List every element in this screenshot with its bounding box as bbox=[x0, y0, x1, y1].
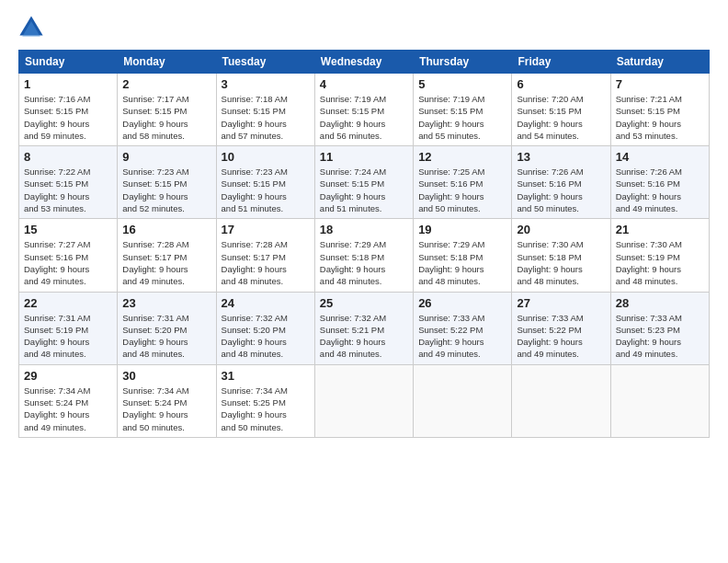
day-number: 15 bbox=[24, 223, 112, 236]
day-info: Sunrise: 7:32 AM Sunset: 5:20 PM Dayligh… bbox=[222, 312, 310, 361]
calendar-cell bbox=[414, 364, 512, 437]
day-info: Sunrise: 7:30 AM Sunset: 5:19 PM Dayligh… bbox=[616, 238, 704, 287]
calendar-cell: 11Sunrise: 7:24 AM Sunset: 5:15 PM Dayli… bbox=[314, 146, 413, 219]
calendar-cell: 31Sunrise: 7:34 AM Sunset: 5:25 PM Dayli… bbox=[216, 364, 314, 437]
day-number: 6 bbox=[517, 77, 605, 91]
calendar-cell: 2Sunrise: 7:17 AM Sunset: 5:15 PM Daylig… bbox=[118, 74, 216, 146]
day-number: 7 bbox=[616, 77, 704, 91]
calendar-cell: 4Sunrise: 7:19 AM Sunset: 5:15 PM Daylig… bbox=[314, 74, 413, 146]
calendar-cell: 28Sunrise: 7:33 AM Sunset: 5:23 PM Dayli… bbox=[610, 292, 709, 364]
calendar-cell: 15Sunrise: 7:27 AM Sunset: 5:16 PM Dayli… bbox=[19, 219, 118, 292]
day-number: 29 bbox=[24, 369, 112, 383]
col-header-saturday: Saturday bbox=[610, 51, 709, 74]
day-number: 13 bbox=[517, 150, 605, 164]
logo-icon bbox=[18, 15, 44, 40]
calendar-cell: 19Sunrise: 7:29 AM Sunset: 5:18 PM Dayli… bbox=[414, 219, 512, 292]
calendar-cell: 9Sunrise: 7:23 AM Sunset: 5:15 PM Daylig… bbox=[118, 146, 216, 219]
day-info: Sunrise: 7:26 AM Sunset: 5:16 PM Dayligh… bbox=[616, 166, 704, 214]
calendar-cell: 8Sunrise: 7:22 AM Sunset: 5:15 PM Daylig… bbox=[19, 146, 118, 219]
day-info: Sunrise: 7:28 AM Sunset: 5:17 PM Dayligh… bbox=[222, 238, 310, 287]
day-info: Sunrise: 7:32 AM Sunset: 5:21 PM Dayligh… bbox=[320, 312, 408, 361]
col-header-monday: Monday bbox=[118, 51, 216, 74]
day-number: 19 bbox=[418, 223, 506, 236]
day-number: 22 bbox=[24, 296, 112, 310]
day-info: Sunrise: 7:17 AM Sunset: 5:15 PM Dayligh… bbox=[122, 93, 210, 142]
day-number: 14 bbox=[616, 150, 704, 164]
day-info: Sunrise: 7:28 AM Sunset: 5:17 PM Dayligh… bbox=[122, 238, 210, 287]
day-info: Sunrise: 7:30 AM Sunset: 5:18 PM Dayligh… bbox=[517, 238, 605, 287]
day-info: Sunrise: 7:21 AM Sunset: 5:15 PM Dayligh… bbox=[616, 93, 704, 142]
calendar-cell: 14Sunrise: 7:26 AM Sunset: 5:16 PM Dayli… bbox=[610, 146, 709, 219]
day-number: 30 bbox=[122, 369, 210, 383]
day-number: 9 bbox=[122, 150, 210, 164]
day-number: 1 bbox=[24, 77, 112, 91]
col-header-sunday: Sunday bbox=[19, 51, 118, 74]
calendar-cell bbox=[512, 364, 610, 437]
calendar-cell: 16Sunrise: 7:28 AM Sunset: 5:17 PM Dayli… bbox=[118, 219, 216, 292]
day-number: 25 bbox=[320, 296, 408, 310]
day-number: 16 bbox=[122, 223, 210, 236]
day-info: Sunrise: 7:24 AM Sunset: 5:15 PM Dayligh… bbox=[320, 166, 408, 214]
day-info: Sunrise: 7:31 AM Sunset: 5:19 PM Dayligh… bbox=[24, 312, 112, 361]
day-number: 31 bbox=[222, 369, 310, 383]
calendar-cell: 7Sunrise: 7:21 AM Sunset: 5:15 PM Daylig… bbox=[610, 74, 709, 146]
calendar-page: SundayMondayTuesdayWednesdayThursdayFrid… bbox=[0, 0, 728, 563]
calendar-cell bbox=[610, 364, 709, 437]
day-info: Sunrise: 7:27 AM Sunset: 5:16 PM Dayligh… bbox=[24, 238, 112, 287]
col-header-friday: Friday bbox=[512, 51, 610, 74]
day-number: 20 bbox=[517, 223, 605, 236]
day-info: Sunrise: 7:29 AM Sunset: 5:18 PM Dayligh… bbox=[320, 238, 408, 287]
day-info: Sunrise: 7:25 AM Sunset: 5:16 PM Dayligh… bbox=[418, 166, 506, 214]
day-number: 24 bbox=[222, 296, 310, 310]
day-info: Sunrise: 7:23 AM Sunset: 5:15 PM Dayligh… bbox=[122, 166, 210, 214]
day-info: Sunrise: 7:16 AM Sunset: 5:15 PM Dayligh… bbox=[24, 93, 112, 142]
calendar-cell: 27Sunrise: 7:33 AM Sunset: 5:22 PM Dayli… bbox=[512, 292, 610, 364]
day-number: 17 bbox=[222, 223, 310, 236]
calendar-cell: 3Sunrise: 7:18 AM Sunset: 5:15 PM Daylig… bbox=[216, 74, 314, 146]
day-info: Sunrise: 7:19 AM Sunset: 5:15 PM Dayligh… bbox=[418, 93, 506, 142]
day-info: Sunrise: 7:33 AM Sunset: 5:22 PM Dayligh… bbox=[418, 312, 506, 361]
day-info: Sunrise: 7:33 AM Sunset: 5:23 PM Dayligh… bbox=[616, 312, 704, 361]
day-number: 3 bbox=[222, 77, 310, 91]
day-number: 18 bbox=[320, 223, 408, 236]
day-number: 5 bbox=[418, 77, 506, 91]
col-header-thursday: Thursday bbox=[414, 51, 512, 74]
calendar-cell: 1Sunrise: 7:16 AM Sunset: 5:15 PM Daylig… bbox=[19, 74, 118, 146]
calendar-table: SundayMondayTuesdayWednesdayThursdayFrid… bbox=[18, 50, 710, 438]
day-info: Sunrise: 7:33 AM Sunset: 5:22 PM Dayligh… bbox=[517, 312, 605, 361]
calendar-cell: 26Sunrise: 7:33 AM Sunset: 5:22 PM Dayli… bbox=[414, 292, 512, 364]
day-number: 8 bbox=[24, 150, 112, 164]
calendar-cell: 18Sunrise: 7:29 AM Sunset: 5:18 PM Dayli… bbox=[314, 219, 413, 292]
calendar-cell: 25Sunrise: 7:32 AM Sunset: 5:21 PM Dayli… bbox=[314, 292, 413, 364]
col-header-wednesday: Wednesday bbox=[314, 51, 413, 74]
day-number: 23 bbox=[122, 296, 210, 310]
day-number: 26 bbox=[418, 296, 506, 310]
day-number: 4 bbox=[320, 77, 408, 91]
calendar-cell: 5Sunrise: 7:19 AM Sunset: 5:15 PM Daylig… bbox=[414, 74, 512, 146]
day-info: Sunrise: 7:29 AM Sunset: 5:18 PM Dayligh… bbox=[418, 238, 506, 287]
calendar-cell: 23Sunrise: 7:31 AM Sunset: 5:20 PM Dayli… bbox=[118, 292, 216, 364]
day-info: Sunrise: 7:34 AM Sunset: 5:24 PM Dayligh… bbox=[24, 385, 112, 433]
day-info: Sunrise: 7:26 AM Sunset: 5:16 PM Dayligh… bbox=[517, 166, 605, 214]
calendar-cell: 21Sunrise: 7:30 AM Sunset: 5:19 PM Dayli… bbox=[610, 219, 709, 292]
calendar-cell: 20Sunrise: 7:30 AM Sunset: 5:18 PM Dayli… bbox=[512, 219, 610, 292]
day-info: Sunrise: 7:34 AM Sunset: 5:25 PM Dayligh… bbox=[222, 385, 310, 433]
calendar-cell: 30Sunrise: 7:34 AM Sunset: 5:24 PM Dayli… bbox=[118, 364, 216, 437]
day-number: 27 bbox=[517, 296, 605, 310]
header bbox=[18, 15, 710, 40]
calendar-cell: 29Sunrise: 7:34 AM Sunset: 5:24 PM Dayli… bbox=[19, 364, 118, 437]
calendar-cell: 10Sunrise: 7:23 AM Sunset: 5:15 PM Dayli… bbox=[216, 146, 314, 219]
day-info: Sunrise: 7:20 AM Sunset: 5:15 PM Dayligh… bbox=[517, 93, 605, 142]
calendar-cell: 24Sunrise: 7:32 AM Sunset: 5:20 PM Dayli… bbox=[216, 292, 314, 364]
day-number: 10 bbox=[222, 150, 310, 164]
calendar-cell: 6Sunrise: 7:20 AM Sunset: 5:15 PM Daylig… bbox=[512, 74, 610, 146]
day-info: Sunrise: 7:18 AM Sunset: 5:15 PM Dayligh… bbox=[222, 93, 310, 142]
day-number: 11 bbox=[320, 150, 408, 164]
calendar-cell: 13Sunrise: 7:26 AM Sunset: 5:16 PM Dayli… bbox=[512, 146, 610, 219]
day-number: 2 bbox=[122, 77, 210, 91]
calendar-cell: 22Sunrise: 7:31 AM Sunset: 5:19 PM Dayli… bbox=[19, 292, 118, 364]
col-header-tuesday: Tuesday bbox=[216, 51, 314, 74]
day-number: 12 bbox=[418, 150, 506, 164]
calendar-cell bbox=[314, 364, 413, 437]
day-info: Sunrise: 7:23 AM Sunset: 5:15 PM Dayligh… bbox=[222, 166, 310, 214]
